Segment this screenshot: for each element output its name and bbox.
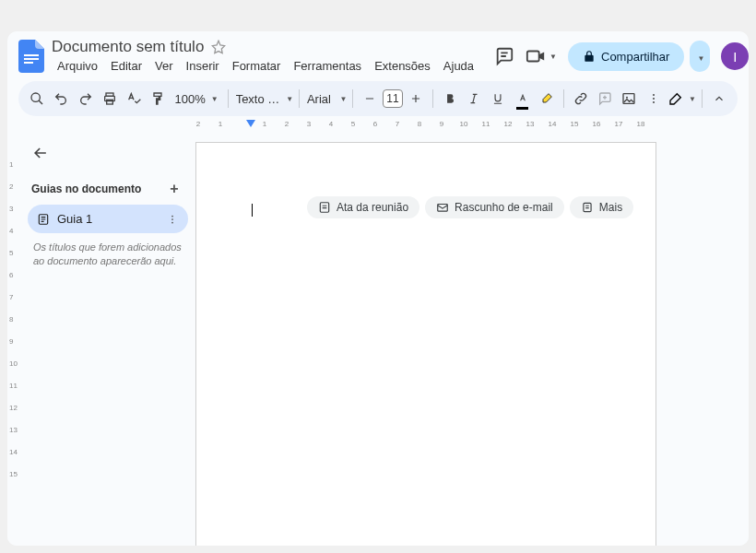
font-select[interactable]: Arial: [305, 92, 336, 106]
template-chips: Ata da reunião Rascunho de e-mail Mais: [307, 196, 633, 218]
font-increase-icon[interactable]: [405, 86, 427, 112]
add-comment-icon[interactable]: [594, 86, 616, 112]
meet-icon[interactable]: [526, 46, 546, 66]
search-icon[interactable]: [26, 86, 48, 112]
meet-caret-icon[interactable]: ▼: [549, 53, 557, 61]
svg-rect-0: [24, 54, 39, 56]
chip-meeting-notes[interactable]: Ata da reunião: [307, 196, 419, 218]
svg-line-16: [473, 94, 475, 102]
collapse-toolbar-icon[interactable]: [708, 86, 730, 112]
back-arrow-icon[interactable]: [28, 140, 53, 166]
highlight-icon[interactable]: [536, 86, 558, 112]
menu-arquivo[interactable]: Arquivo: [52, 57, 103, 75]
outline-hint: Os títulos que forem adicionados ao docu…: [28, 233, 188, 276]
toolbar: 100%▼ Texto nor...▼ Arial▼ 11 ▼: [18, 81, 738, 116]
undo-icon[interactable]: [50, 86, 72, 112]
svg-rect-2: [24, 62, 33, 64]
underline-icon[interactable]: [487, 86, 509, 112]
svg-rect-34: [438, 205, 448, 212]
docs-logo-icon[interactable]: [18, 37, 44, 76]
svg-point-20: [626, 97, 628, 99]
svg-point-23: [653, 101, 655, 103]
svg-rect-5: [527, 52, 539, 62]
menu-ver[interactable]: Ver: [149, 57, 179, 75]
share-button[interactable]: Compartilhar: [568, 42, 684, 71]
font-decrease-icon[interactable]: [359, 86, 381, 112]
text-color-icon[interactable]: [511, 86, 533, 112]
more-tools-icon[interactable]: [643, 86, 665, 112]
zoom-select[interactable]: 100%▼: [171, 92, 222, 106]
link-icon[interactable]: [570, 86, 592, 112]
svg-point-21: [653, 94, 655, 96]
italic-icon[interactable]: [463, 86, 485, 112]
svg-point-28: [171, 215, 173, 217]
font-size-input[interactable]: 11: [383, 89, 402, 108]
svg-point-29: [171, 218, 173, 220]
menu-formatar[interactable]: Formatar: [227, 57, 287, 75]
tab-more-icon[interactable]: [166, 213, 179, 226]
menu-editar[interactable]: Editar: [105, 57, 148, 75]
svg-point-30: [171, 221, 173, 223]
outline-heading: Guias no documento: [31, 182, 141, 195]
horizontal-ruler: 21123456789101112131415161718: [18, 120, 738, 133]
insert-image-icon[interactable]: [618, 86, 640, 112]
spellcheck-icon[interactable]: [123, 86, 145, 112]
document-title[interactable]: Documento sem título: [52, 38, 204, 56]
chip-more[interactable]: Mais: [570, 196, 633, 218]
menu-ajuda[interactable]: Ajuda: [438, 57, 479, 75]
paint-format-icon[interactable]: [147, 86, 169, 112]
svg-point-6: [31, 93, 40, 101]
tab-item[interactable]: Guia 1: [28, 205, 188, 233]
tab-item-label: Guia 1: [57, 212, 92, 226]
menu-bar: Arquivo Editar Ver Inserir Formatar Ferr…: [52, 57, 479, 75]
add-tab-icon[interactable]: +: [164, 179, 184, 199]
text-cursor: [252, 204, 253, 217]
share-caret[interactable]: ▼: [690, 41, 710, 72]
header: Documento sem título Arquivo Editar Ver …: [7, 31, 749, 81]
menu-inserir[interactable]: Inserir: [181, 57, 225, 75]
chip-email-draft[interactable]: Rascunho de e-mail: [425, 196, 564, 218]
svg-rect-1: [24, 58, 39, 60]
share-label: Compartilhar: [601, 50, 669, 64]
avatar[interactable]: I: [721, 42, 749, 70]
menu-extensoes[interactable]: Extensões: [369, 57, 436, 75]
bold-icon[interactable]: [439, 86, 461, 112]
svg-line-7: [39, 100, 42, 104]
star-icon[interactable]: [211, 40, 226, 54]
redo-icon[interactable]: [75, 86, 97, 112]
svg-point-22: [653, 98, 655, 100]
editing-mode[interactable]: ▼: [668, 91, 696, 106]
paragraph-style-select[interactable]: Texto nor...: [234, 92, 283, 106]
print-icon[interactable]: [99, 86, 121, 112]
vertical-ruler: 123456789101112131415: [7, 133, 20, 546]
comments-icon[interactable]: [494, 46, 514, 66]
menu-ferramentas[interactable]: Ferramentas: [288, 57, 367, 75]
document-page[interactable]: Ata da reunião Rascunho de e-mail Mais: [195, 142, 656, 546]
outline-sidebar: Guias no documento + Guia 1 Os títulos q…: [20, 133, 195, 546]
